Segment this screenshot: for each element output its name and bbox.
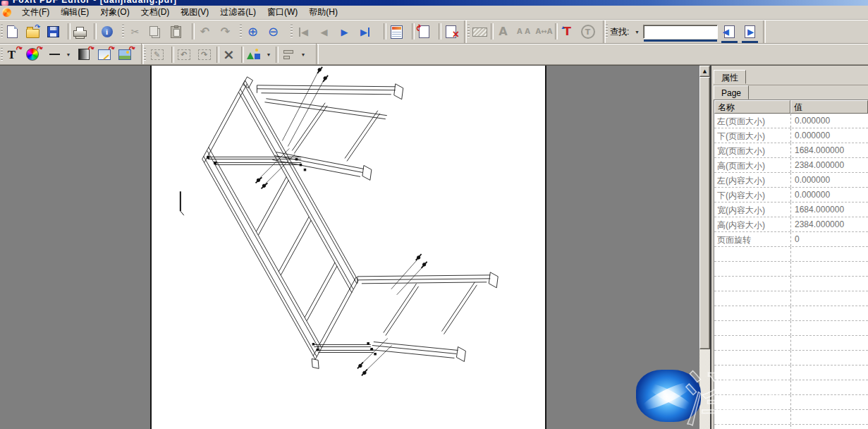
menu-document[interactable]: 文档(D) bbox=[135, 5, 176, 20]
menu-help[interactable]: 帮助(H) bbox=[303, 5, 343, 20]
text-cursor-mark bbox=[181, 191, 184, 215]
rotate-right-button[interactable]: ↷ bbox=[195, 46, 213, 64]
property-value[interactable]: 0 bbox=[790, 232, 868, 246]
add-image-button[interactable]: ↷ bbox=[116, 46, 133, 64]
paste-button[interactable] bbox=[167, 23, 185, 41]
edit-image-button[interactable]: ↷ bbox=[95, 46, 113, 64]
property-row: 高(页面大小)2384.000000 bbox=[714, 158, 868, 173]
align-button[interactable] bbox=[279, 46, 297, 64]
property-value[interactable]: 0.000000 bbox=[790, 128, 868, 143]
column-header-name[interactable]: 名称 bbox=[714, 100, 790, 114]
toolbar-grip[interactable] bbox=[1, 25, 3, 39]
property-name: 左(页面大小) bbox=[714, 114, 790, 128]
document-system-icon[interactable] bbox=[2, 8, 11, 17]
find-previous-button[interactable]: ◀ bbox=[721, 23, 738, 41]
print-button[interactable] bbox=[71, 23, 89, 41]
toolbar-grip[interactable] bbox=[606, 25, 608, 39]
menu-view[interactable]: 视图(V) bbox=[175, 5, 214, 20]
insert-page-button[interactable]: ↷ bbox=[415, 23, 433, 41]
font-button[interactable]: A bbox=[494, 23, 512, 41]
first-page-button[interactable]: ◀ bbox=[295, 23, 312, 41]
shapes-dropdown[interactable]: ▼ bbox=[265, 52, 272, 57]
toolbar-grip[interactable] bbox=[240, 25, 242, 39]
zoom-out-button[interactable]: ⊖ bbox=[264, 23, 282, 41]
toolbar-grip[interactable] bbox=[467, 25, 470, 39]
shapes-button[interactable] bbox=[245, 46, 262, 64]
column-header-value[interactable]: 值 bbox=[790, 100, 868, 114]
text-mode-button[interactable]: T bbox=[579, 23, 597, 41]
save-button[interactable] bbox=[44, 23, 62, 41]
redo-button[interactable]: ↷ bbox=[216, 23, 234, 41]
align-dropdown[interactable]: ▼ bbox=[300, 52, 307, 57]
panel-title-tab[interactable]: 属性 bbox=[714, 70, 746, 84]
toolbar-grip[interactable] bbox=[291, 25, 293, 39]
property-row: 宽(页面大小)1684.000000 bbox=[714, 143, 868, 158]
property-value[interactable]: 1684.000000 bbox=[790, 143, 868, 157]
property-value[interactable]: 2384.000000 bbox=[790, 217, 868, 231]
edit-text-button[interactable]: T↷ bbox=[3, 46, 20, 64]
ladder-drawing bbox=[152, 66, 545, 429]
vertical-scrollbar[interactable]: ▲ bbox=[699, 66, 710, 429]
keyboard-button[interactable] bbox=[471, 23, 489, 41]
gradient-box-icon bbox=[78, 49, 90, 60]
property-value[interactable]: 2384.000000 bbox=[790, 158, 868, 172]
tab-page[interactable]: Page bbox=[714, 85, 749, 99]
property-value[interactable]: 0.000000 bbox=[790, 188, 868, 202]
property-row: 下(页面大小)0.000000 bbox=[714, 128, 868, 143]
page-layout-button[interactable] bbox=[388, 23, 405, 41]
property-value[interactable]: 0.000000 bbox=[790, 114, 868, 128]
delete-page-button[interactable]: × bbox=[442, 23, 460, 41]
separator bbox=[555, 23, 558, 40]
pdf-page[interactable] bbox=[150, 66, 546, 429]
next-page-button[interactable]: ▶ bbox=[336, 23, 353, 41]
menu-file[interactable]: 文件(F) bbox=[16, 5, 55, 20]
open-button[interactable]: ↷ bbox=[24, 23, 42, 41]
find-next-arrow-icon: ▶ bbox=[747, 28, 753, 36]
prev-page-icon: ◀ bbox=[321, 28, 328, 37]
line-style-dropdown[interactable]: ▼ bbox=[65, 52, 72, 57]
menu-filter[interactable]: 过滤器(L) bbox=[214, 5, 262, 20]
toolbar-grip[interactable] bbox=[144, 48, 146, 62]
cut-button[interactable]: ✂ bbox=[126, 23, 144, 41]
menu-object[interactable]: 对象(O) bbox=[94, 5, 135, 20]
menu-edit[interactable]: 编辑(E) bbox=[55, 5, 94, 20]
toolbar-standard: ↷ i ✂ ↶ ↷ ⊕ ⊖ ◀ ◀ ▶ ▶ ↷ × bbox=[0, 20, 868, 44]
edit-object-button[interactable]: ✎ bbox=[148, 46, 166, 64]
info-icon: i bbox=[102, 26, 113, 37]
property-name: 高(内容大小) bbox=[714, 217, 790, 231]
add-text-button[interactable]: T▲ bbox=[558, 23, 576, 41]
property-row-empty bbox=[714, 321, 868, 336]
kerning-button[interactable]: A↔A bbox=[535, 23, 553, 41]
scrollbar-up-button[interactable]: ▲ bbox=[699, 66, 710, 77]
rotate-left-button[interactable]: ↶ bbox=[175, 46, 192, 64]
copy-button[interactable] bbox=[147, 23, 164, 41]
property-row-empty bbox=[714, 395, 868, 410]
delete-object-button[interactable]: × bbox=[220, 46, 238, 64]
char-spacing-button[interactable]: A A bbox=[515, 23, 532, 41]
info-button[interactable]: i bbox=[98, 23, 116, 41]
scrollbar-thumb[interactable] bbox=[699, 77, 710, 349]
color-button[interactable]: ↷ bbox=[23, 46, 41, 64]
zoom-in-button[interactable]: ⊕ bbox=[244, 23, 262, 41]
new-button[interactable] bbox=[4, 23, 21, 41]
menu-window[interactable]: 窗口(W) bbox=[262, 5, 303, 20]
find-input[interactable] bbox=[643, 25, 718, 39]
prev-page-button[interactable]: ◀ bbox=[315, 23, 333, 41]
property-name: 宽(页面大小) bbox=[714, 143, 790, 157]
toolbar-grip[interactable] bbox=[122, 25, 124, 39]
property-value[interactable]: 0.000000 bbox=[790, 173, 868, 187]
line-style-button[interactable] bbox=[47, 46, 62, 64]
shading-button[interactable]: ↷ bbox=[75, 46, 92, 64]
last-page-button[interactable]: ▶ bbox=[356, 23, 374, 41]
separator bbox=[192, 23, 195, 40]
property-table: 名称 值 左(页面大小)0.000000 下(页面大小)0.000000 宽(页… bbox=[714, 99, 868, 429]
property-row: 高(内容大小)2384.000000 bbox=[714, 217, 868, 232]
find-next-button[interactable]: ▶ bbox=[741, 23, 759, 41]
find-dropdown-arrow[interactable]: ▼ bbox=[633, 30, 640, 35]
undo-arrow-icon: ↶ bbox=[200, 26, 209, 37]
property-value[interactable]: 1684.000000 bbox=[790, 203, 868, 217]
undo-button[interactable]: ↶ bbox=[196, 23, 214, 41]
red-curl-icon: ↷ bbox=[15, 43, 24, 54]
toolbar-band-edge bbox=[316, 44, 319, 64]
document-canvas[interactable] bbox=[0, 66, 699, 429]
